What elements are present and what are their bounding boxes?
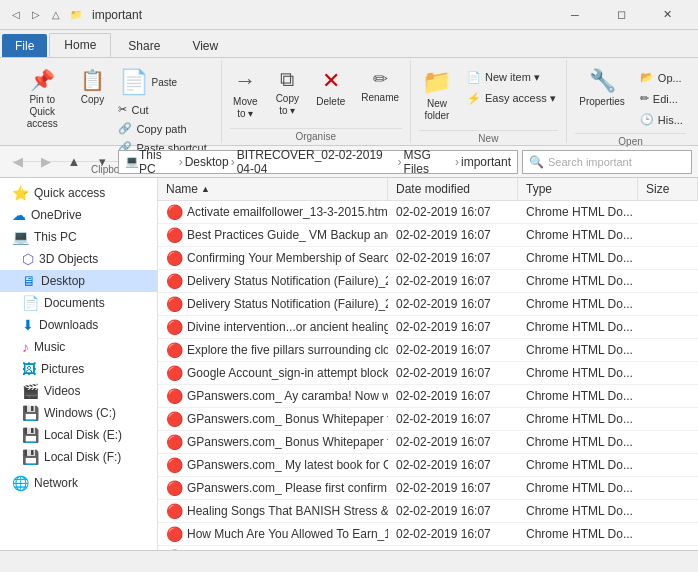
new-folder-label: Newfolder xyxy=(424,98,449,122)
rename-button[interactable]: ✏ Rename xyxy=(354,64,406,108)
move-to-button[interactable]: → Moveto ▾ xyxy=(225,64,265,124)
main-area: ⭐ Quick access ☁ OneDrive 💻 This PC ⬡ 3D… xyxy=(0,178,698,550)
new-folder-button[interactable]: 📁 Newfolder xyxy=(415,64,459,126)
file-icon: 🔴 xyxy=(166,480,183,496)
sidebar-item-pictures[interactable]: 🖼 Pictures xyxy=(0,358,157,380)
up-button[interactable]: ▲ xyxy=(62,150,86,174)
sidebar-item-downloads[interactable]: ⬇ Downloads xyxy=(0,314,157,336)
table-row[interactable]: 🔴 GPanswers.com_ Please first confirm yo… xyxy=(158,477,698,500)
table-row[interactable]: 🔴 Activate emailfollower_13-3-2015.html … xyxy=(158,201,698,224)
sidebar-item-desktop[interactable]: 🖥 Desktop xyxy=(0,270,157,292)
file-icon: 🔴 xyxy=(166,526,183,542)
file-size-cell xyxy=(638,408,698,430)
copy-path-button[interactable]: 🔗 Copy path xyxy=(112,119,192,138)
easy-access-button[interactable]: ⚡ Easy access ▾ xyxy=(461,89,562,108)
close-button[interactable]: ✕ xyxy=(644,0,690,30)
file-size-cell xyxy=(638,523,698,545)
table-row[interactable]: 🔴 Explore the five pillars surrounding c… xyxy=(158,339,698,362)
col-size[interactable]: Size xyxy=(638,178,698,200)
table-row[interactable]: 🔴 GPanswers.com_ Bonus Whitepaper for S.… xyxy=(158,431,698,454)
cut-button[interactable]: ✂ Cut xyxy=(112,100,154,119)
sidebar-item-windows-c[interactable]: 💾 Windows (C:) xyxy=(0,402,157,424)
delete-button[interactable]: ✕ Delete xyxy=(309,64,352,112)
new-item-button[interactable]: 📄 New item ▾ xyxy=(461,68,562,87)
file-icon: 🔴 xyxy=(166,549,183,550)
paste-button[interactable]: 📄 Paste xyxy=(112,64,184,100)
file-type-cell: Chrome HTML Do... xyxy=(518,270,638,292)
edit-button[interactable]: ✏ Edi... xyxy=(634,89,689,108)
new-buttons: 📁 Newfolder 📄 New item ▾ ⚡ Easy access ▾ xyxy=(415,60,562,130)
col-name[interactable]: Name ▲ xyxy=(158,178,388,200)
file-name-cell: 🔴 Delivery Status Notification (Failure)… xyxy=(158,270,388,292)
file-size-cell xyxy=(638,477,698,499)
table-row[interactable]: 🔴 Delivery Status Notification (Failure)… xyxy=(158,293,698,316)
file-size-cell xyxy=(638,454,698,476)
recent-button[interactable]: ▾ xyxy=(90,150,114,174)
table-row[interactable]: 🔴 Lotus _ IBM collaboration solutions fo… xyxy=(158,546,698,550)
file-name: Google Account_sign-in attempt blocke... xyxy=(187,366,388,380)
easy-access-icon: ⚡ xyxy=(467,92,481,105)
file-name: GPanswers.com_ Ay caramba! Now we h... xyxy=(187,389,388,403)
3d-objects-label: 3D Objects xyxy=(39,252,98,266)
back-button[interactable]: ◀ xyxy=(6,150,30,174)
file-rows-container: 🔴 Activate emailfollower_13-3-2015.html … xyxy=(158,201,698,550)
sidebar-item-local-e[interactable]: 💾 Local Disk (E:) xyxy=(0,424,157,446)
search-box[interactable]: 🔍 Search important xyxy=(522,150,692,174)
file-name: Best Practices Guide_ VM Backup and Re..… xyxy=(187,228,388,242)
this-pc-label: This PC xyxy=(34,230,77,244)
ribbon-group-organise: → Moveto ▾ ⧉ Copyto ▾ ✕ Delete ✏ Rename … xyxy=(222,60,411,143)
table-row[interactable]: 🔴 How Much Are You Allowed To Earn_10...… xyxy=(158,523,698,546)
folder-icon: 📁 xyxy=(68,7,84,23)
address-path[interactable]: 💻 This PC › Desktop › BITRECOVER_02-02-2… xyxy=(118,150,518,174)
properties-icon: 🔧 xyxy=(589,68,616,94)
table-row[interactable]: 🔴 GPanswers.com_ Bonus Whitepaper for S.… xyxy=(158,408,698,431)
history-button[interactable]: 🕒 His... xyxy=(634,110,689,129)
sidebar-item-videos[interactable]: 🎬 Videos xyxy=(0,380,157,402)
restore-button[interactable]: ◻ xyxy=(598,0,644,30)
file-size-cell xyxy=(638,339,698,361)
col-type[interactable]: Type xyxy=(518,178,638,200)
sidebar-item-documents[interactable]: 📄 Documents xyxy=(0,292,157,314)
sidebar-item-quick-access[interactable]: ⭐ Quick access xyxy=(0,182,157,204)
open-button[interactable]: 📂 Op... xyxy=(634,68,689,87)
sidebar-item-music[interactable]: ♪ Music xyxy=(0,336,157,358)
sidebar-item-this-pc[interactable]: 💻 This PC xyxy=(0,226,157,248)
minimize-button[interactable]: ─ xyxy=(552,0,598,30)
search-icon: 🔍 xyxy=(529,155,544,169)
file-list: Name ▲ Date modified Type Size 🔴 Activat… xyxy=(158,178,698,550)
forward-button[interactable]: ▶ xyxy=(34,150,58,174)
file-size-cell xyxy=(638,224,698,246)
videos-label: Videos xyxy=(44,384,80,398)
delete-icon: ✕ xyxy=(322,68,340,94)
file-name-cell: 🔴 Confirming Your Membership of Search..… xyxy=(158,247,388,269)
file-type-cell: Chrome HTML Do... xyxy=(518,224,638,246)
copy-button[interactable]: 📋 Copy xyxy=(74,64,110,110)
back-icon: ◁ xyxy=(8,7,24,23)
file-name-cell: 🔴 Healing Songs That BANISH Stress & Red… xyxy=(158,500,388,522)
col-date[interactable]: Date modified xyxy=(388,178,518,200)
table-row[interactable]: 🔴 Google Account_sign-in attempt blocke.… xyxy=(158,362,698,385)
tab-file[interactable]: File xyxy=(2,34,47,57)
table-row[interactable]: 🔴 Healing Songs That BANISH Stress & Red… xyxy=(158,500,698,523)
file-size-cell xyxy=(638,293,698,315)
table-row[interactable]: 🔴 GPanswers.com_ My latest book for GP a… xyxy=(158,454,698,477)
pin-quick-access-button[interactable]: 📌 Pin to Quickaccess xyxy=(12,64,72,134)
table-row[interactable]: 🔴 GPanswers.com_ Ay caramba! Now we h...… xyxy=(158,385,698,408)
sidebar-item-network[interactable]: 🌐 Network xyxy=(0,472,157,494)
sidebar-item-onedrive[interactable]: ☁ OneDrive xyxy=(0,204,157,226)
ribbon-group-open: 🔧 Properties 📂 Op... ✏ Edi... 🕒 His... O… xyxy=(567,60,694,143)
table-row[interactable]: 🔴 Confirming Your Membership of Search..… xyxy=(158,247,698,270)
pictures-icon: 🖼 xyxy=(22,361,36,377)
tab-home[interactable]: Home xyxy=(49,33,111,57)
tab-view[interactable]: View xyxy=(177,34,233,57)
sidebar-item-local-f[interactable]: 💾 Local Disk (F:) xyxy=(0,446,157,468)
table-row[interactable]: 🔴 Delivery Status Notification (Failure)… xyxy=(158,270,698,293)
open-label: Op... xyxy=(658,72,682,84)
tab-share[interactable]: Share xyxy=(113,34,175,57)
table-row[interactable]: 🔴 Best Practices Guide_ VM Backup and Re… xyxy=(158,224,698,247)
table-row[interactable]: 🔴 Divine intervention...or ancient heali… xyxy=(158,316,698,339)
local-f-icon: 💾 xyxy=(22,449,39,465)
properties-button[interactable]: 🔧 Properties xyxy=(572,64,632,112)
copy-to-button[interactable]: ⧉ Copyto ▾ xyxy=(267,64,307,121)
sidebar-item-3d-objects[interactable]: ⬡ 3D Objects xyxy=(0,248,157,270)
